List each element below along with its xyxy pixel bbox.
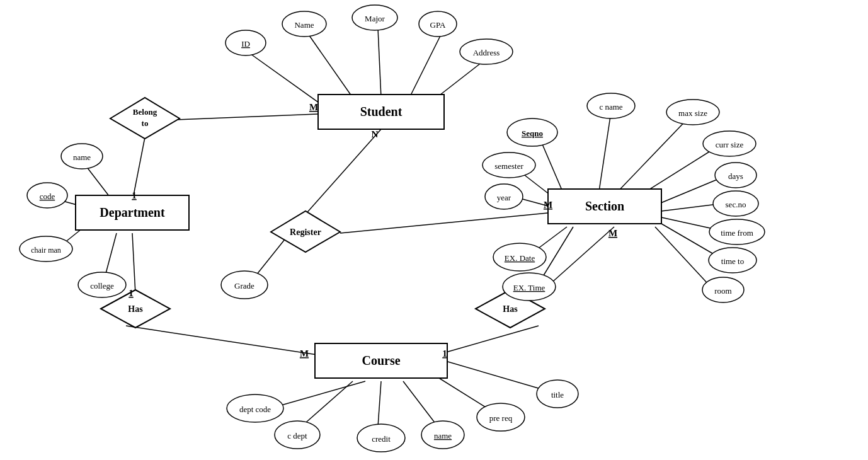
svg-text:room: room	[714, 286, 731, 296]
svg-text:Has: Has	[503, 304, 518, 314]
svg-text:Seqno: Seqno	[522, 129, 543, 138]
svg-text:sec.no: sec.no	[726, 200, 746, 209]
svg-text:Belong: Belong	[133, 107, 157, 117]
cardinality-has-section-section: M	[608, 228, 617, 238]
cardinality-has-dept-course: M	[300, 348, 309, 359]
svg-text:name: name	[73, 152, 91, 162]
svg-text:days: days	[728, 171, 743, 181]
cardinality-belong-dept: 1	[132, 190, 137, 200]
er-diagram: Student Department Section Course Belong…	[0, 0, 868, 460]
svg-text:time to: time to	[721, 256, 744, 266]
svg-text:college: college	[90, 281, 114, 290]
svg-text:Name: Name	[294, 20, 314, 30]
entity-department-label: Department	[100, 205, 165, 220]
svg-text:EX. Time: EX. Time	[513, 283, 545, 292]
svg-text:to: to	[142, 118, 149, 128]
svg-text:dept code: dept code	[239, 405, 271, 414]
entity-student-label: Student	[360, 105, 403, 118]
cardinality-belong-student: M	[309, 102, 318, 112]
svg-text:curr size: curr size	[716, 140, 744, 149]
cardinality-has-dept-dept: 1	[128, 288, 134, 298]
svg-text:title: title	[551, 390, 564, 400]
cardinality-register-student: N	[372, 129, 379, 139]
cardinality-register-section: M	[544, 200, 552, 210]
svg-text:max size: max size	[678, 108, 707, 118]
svg-text:Major: Major	[365, 14, 385, 23]
entity-section-label: Section	[585, 199, 624, 213]
svg-text:year: year	[497, 193, 511, 202]
svg-text:Register: Register	[290, 227, 321, 237]
svg-text:c name: c name	[599, 102, 622, 112]
svg-text:time from: time from	[721, 228, 753, 238]
svg-text:c dept: c dept	[287, 431, 307, 440]
svg-text:ID: ID	[241, 39, 250, 49]
cardinality-has-section-course: 1	[442, 348, 447, 359]
svg-text:pre req: pre req	[489, 413, 513, 423]
svg-text:Grade: Grade	[234, 281, 254, 290]
svg-text:chair man: chair man	[31, 246, 61, 255]
svg-text:Has: Has	[128, 304, 143, 314]
svg-text:GPA: GPA	[430, 20, 446, 30]
svg-text:credit: credit	[372, 434, 391, 444]
svg-text:name: name	[434, 431, 452, 440]
entity-course-label: Course	[362, 354, 400, 367]
svg-text:code: code	[40, 192, 55, 201]
svg-text:EX. Date: EX. Date	[505, 253, 535, 263]
svg-text:Address: Address	[473, 48, 500, 57]
svg-text:semester: semester	[494, 161, 523, 171]
